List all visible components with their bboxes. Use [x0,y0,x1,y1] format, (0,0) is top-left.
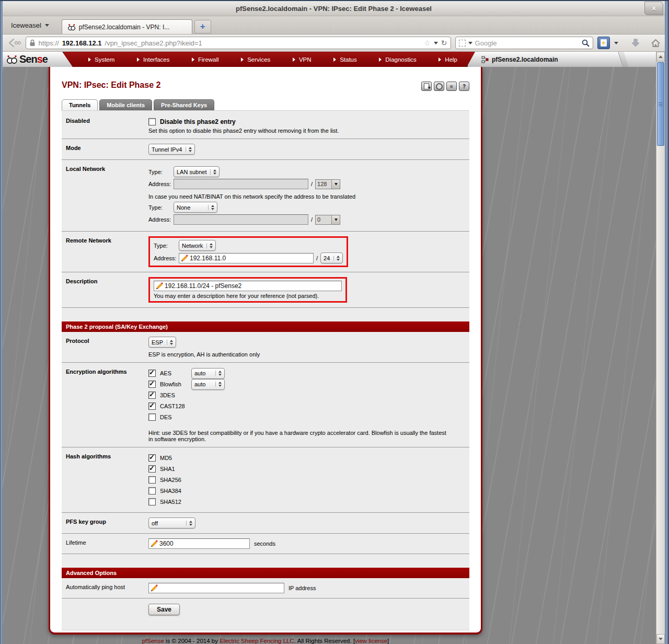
dropdown-arrow-icon [331,180,340,189]
tab-tunnels[interactable]: Tunnels [62,99,98,110]
footer-company-link[interactable]: Electric Sheep Fencing LLC [220,638,294,644]
mode-select[interactable]: Tunnel IPv4 [148,144,195,155]
encryption-option: AES auto [148,368,464,378]
scroll-down-button[interactable] [656,634,665,644]
remote-type-select[interactable]: Network [179,240,216,251]
browser-tab[interactable]: pfSense2.localdomain - VPN: I... [62,19,192,34]
sha512-checkbox[interactable] [148,498,156,505]
scroll-up-button[interactable] [656,52,665,62]
bookmark-star-icon[interactable]: ☆ [424,39,431,47]
page-header: VPN: IPsec: Edit Phase 2 + ≡ ? [62,80,469,91]
menu-item-status[interactable]: Status [333,56,357,63]
pencil-icon [151,584,158,592]
blowfish-keylen-select[interactable]: auto [191,379,225,390]
menu-item-firewall[interactable]: Firewall [192,56,219,63]
save-button[interactable]: Save [148,604,180,615]
window-close-button[interactable]: × [644,2,663,15]
tab-mobile-clients[interactable]: Mobile clients [99,99,152,110]
browser-window: pfSense2.localdomain - VPN: IPsec: Edit … [3,1,665,644]
tab-pre-shared-keys[interactable]: Pre-Shared Keys [154,99,214,110]
description-help: You may enter a description here for you… [154,293,342,299]
menu-item-interfaces[interactable]: Interfaces [137,56,170,63]
footer-pfsense-link[interactable]: pfSense [142,638,164,644]
log-icon[interactable]: ≡ [446,82,457,91]
row-lifetime: Lifetime seconds [62,534,469,554]
menu-arrow-icon [439,58,441,62]
footer-license-link[interactable]: view license [355,638,387,644]
pencil-icon [181,255,188,262]
search-bar[interactable]: Google [455,37,593,49]
nat-type-select[interactable]: None [174,202,217,213]
sha384-checkbox[interactable] [148,487,156,494]
vertical-scrollbar[interactable] [656,52,665,644]
menu-item-vpn[interactable]: VPN [293,56,312,63]
spinner-icon [215,382,222,387]
add-icon[interactable]: + [421,82,432,91]
url-dropdown-icon[interactable] [434,42,438,44]
scrollbar-track[interactable] [656,62,665,634]
help-icon[interactable]: ? [459,82,469,91]
spinner-icon [215,371,222,376]
hostname-network-icon [481,56,489,63]
remote-address-input[interactable] [190,254,312,262]
description-input[interactable] [165,282,340,290]
spinner-icon [186,521,192,526]
disable-phase2-checkbox[interactable] [148,118,156,125]
3des-checkbox[interactable] [148,392,156,399]
pencil-icon [156,282,163,290]
md5-checkbox[interactable] [148,454,156,462]
remote-network-annotation: Type: Network Address: [148,236,348,267]
reload-icon[interactable]: ↻ [441,39,447,47]
hash-option: SHA384 [148,486,464,496]
aes-checkbox[interactable] [148,370,156,377]
browser-toolbar: https://192.168.12.1/vpn_ipsec_phase2.ph… [3,34,665,52]
row-save: Save [62,599,469,623]
row-ping-host: Automatically ping host IP address [62,578,469,599]
menu-item-system[interactable]: System [88,56,114,63]
url-bar[interactable]: https://192.168.12.1/vpn_ipsec_phase2.ph… [26,37,451,49]
search-engine-dropdown-icon[interactable] [468,42,472,44]
sha256-checkbox[interactable] [148,476,156,484]
bookmarks-dropdown-icon[interactable] [614,42,618,44]
sha1-checkbox[interactable] [148,465,156,473]
bookmarks-menu-button[interactable]: ★ [597,37,610,49]
status-icon[interactable] [434,82,444,91]
downloads-button[interactable] [631,38,640,48]
ping-host-input[interactable] [159,584,282,592]
scroll-up-icon [659,55,663,58]
row-hash: Hash algorithms MD5 SHA1 [62,447,469,513]
scrollbar-thumb[interactable] [657,62,664,146]
aes-keylen-select[interactable]: auto [191,368,225,379]
ping-host-unit: IP address [289,585,316,591]
des-checkbox[interactable] [148,413,156,421]
tab-title: pfSense2.localdomain - VPN: I... [79,24,169,31]
lifetime-input[interactable] [159,539,248,548]
local-prefix-select[interactable]: 128 [315,179,340,189]
browser-app-menu-button[interactable]: Iceweasel [8,18,54,34]
new-tab-button[interactable]: + [194,20,211,33]
lifetime-unit: seconds [254,540,275,547]
home-button[interactable] [651,39,661,48]
protocol-select[interactable]: ESP [148,337,176,348]
cast128-checkbox[interactable] [148,402,156,410]
search-engine-icon[interactable] [459,40,466,47]
magnifier-icon[interactable] [582,39,590,47]
row-mode: Mode Tunnel IPv4 [62,139,469,160]
menu-item-help[interactable]: Help [439,56,457,63]
menu-item-diagnostics[interactable]: Diagnostics [379,56,416,63]
pfs-select[interactable]: off [148,518,195,528]
nat-prefix-select[interactable]: 0 [315,215,340,225]
nat-address-input[interactable] [176,215,306,224]
back-arrow-icon [7,38,21,48]
pfsense-logo[interactable]: Sense [3,52,73,67]
local-type-select[interactable]: LAN subnet [174,166,220,177]
hostname-tab-slant [618,52,628,67]
remote-prefix-select[interactable]: 24 [320,252,343,263]
logo-text: Sense [19,53,48,65]
search-placeholder: Google [475,39,579,47]
browser-tab-bar: Iceweasel pfSense2.localdomain - VPN: I.… [3,16,665,34]
back-button[interactable] [7,38,21,48]
local-address-input[interactable] [176,180,306,188]
blowfish-checkbox[interactable] [148,381,156,388]
menu-item-services[interactable]: Services [241,56,270,63]
